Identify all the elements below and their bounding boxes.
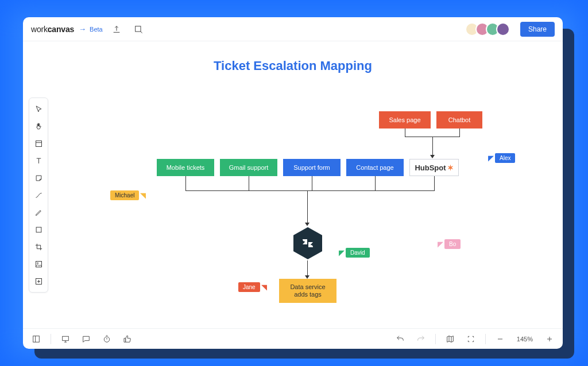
- node-zendesk[interactable]: [292, 225, 324, 262]
- svg-rect-0: [135, 26, 140, 31]
- bottom-bar: 145%: [23, 328, 563, 349]
- cursor-michael: Michael ◥: [110, 190, 146, 200]
- share-button[interactable]: Share: [520, 22, 555, 37]
- cursor-alex: ◤ Alex: [488, 153, 515, 163]
- beta-label: Beta: [90, 26, 103, 33]
- zoom-level[interactable]: 145%: [514, 336, 535, 342]
- avatar[interactable]: [496, 22, 510, 36]
- divider: [51, 334, 51, 344]
- node-gmail-support[interactable]: Gmail support: [220, 159, 277, 176]
- app-header: workcanvas → Beta Share: [23, 17, 563, 41]
- cursor-bo: ◤ Bo: [438, 239, 461, 249]
- cursor-jane: Jane ◥: [238, 282, 267, 292]
- thumbs-up-icon[interactable]: [121, 333, 134, 345]
- undo-icon[interactable]: [394, 333, 407, 345]
- brand-logo: workcanvas: [31, 25, 74, 34]
- arrow-icon: [430, 155, 435, 158]
- connector: [405, 129, 405, 137]
- zoom-out-icon[interactable]: [494, 333, 506, 345]
- connector: [307, 260, 308, 277]
- connector: [434, 176, 435, 190]
- diagram-title: Ticket Escalation Mapping: [23, 59, 563, 73]
- collaborator-avatars[interactable]: [469, 22, 510, 36]
- selection-tool-icon[interactable]: [130, 21, 146, 37]
- zendesk-logo-icon: [301, 236, 315, 250]
- node-contact-page[interactable]: Contact page: [346, 159, 404, 176]
- panels-icon[interactable]: [30, 333, 42, 345]
- svg-rect-6: [33, 336, 40, 342]
- connector: [375, 176, 376, 190]
- fit-icon[interactable]: [465, 333, 477, 345]
- node-chatbot[interactable]: Chatbot: [436, 111, 482, 129]
- breadcrumb-arrow: →: [79, 25, 86, 33]
- connector: [185, 176, 186, 190]
- connector: [459, 129, 460, 137]
- divider: [485, 334, 486, 344]
- svg-rect-7: [63, 336, 69, 340]
- connector: [249, 176, 249, 190]
- connector: [307, 190, 308, 224]
- zoom-in-icon[interactable]: [543, 333, 556, 345]
- hubspot-logo-text: HubSpot: [415, 163, 446, 172]
- timer-icon[interactable]: [100, 333, 113, 345]
- node-sales-page[interactable]: Sales page: [379, 111, 431, 129]
- redo-icon[interactable]: [415, 333, 427, 345]
- hubspot-logo-icon: ✶: [447, 163, 454, 172]
- divider: [435, 334, 436, 344]
- node-mobile-tickets[interactable]: Mobile tickets: [157, 159, 214, 176]
- canvas[interactable]: Ticket Escalation Mapping Sales page Cha…: [23, 41, 563, 328]
- upload-icon[interactable]: [109, 21, 125, 37]
- connector: [312, 176, 312, 190]
- map-icon[interactable]: [444, 333, 457, 345]
- cursor-david: ◤ David: [339, 248, 370, 258]
- node-data-service-tags[interactable]: Data service adds tags: [279, 279, 336, 303]
- connector: [432, 137, 433, 156]
- connector: [185, 190, 435, 191]
- node-support-form[interactable]: Support form: [283, 159, 341, 176]
- node-hubspot[interactable]: HubSpot ✶: [409, 159, 459, 176]
- comment-icon[interactable]: [80, 333, 92, 345]
- present-icon[interactable]: [59, 333, 72, 345]
